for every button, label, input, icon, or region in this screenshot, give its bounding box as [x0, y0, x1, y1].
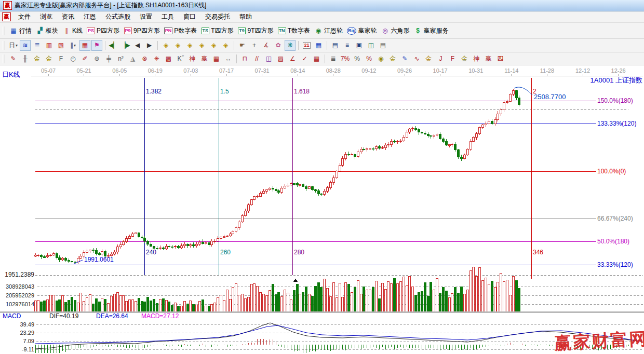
j-angle-button[interactable]: J — [435, 53, 446, 64]
gold-angle-button[interactable]: 金 — [459, 53, 470, 64]
overlay-chart-button[interactable]: ≋ — [20, 40, 31, 51]
grid-lines-button[interactable]: ╫ — [20, 53, 31, 64]
notes-button[interactable]: ≡ — [342, 40, 353, 51]
gann-toolbox-button[interactable]: ✿ — [273, 40, 284, 51]
pen-ruler-button[interactable]: ✐ — [79, 53, 90, 64]
toolbar-button-winner-wheel[interactable]: Big赢家轮 — [347, 26, 377, 35]
k-ditto-button[interactable]: K˝ — [175, 53, 186, 64]
star-web-button[interactable]: ✳ — [151, 53, 162, 64]
chart-area[interactable]: 05-0705-2106-0506-1907-0307-1707-3108-14… — [0, 65, 644, 354]
n-square-button[interactable]: n² — [115, 53, 126, 64]
toolbar-button-9p-square[interactable]: P99P四方形 — [124, 26, 160, 35]
menu-item-gann[interactable]: 江恩 — [79, 12, 101, 21]
toolbar-button-t-number-table[interactable]: TNT数字表 — [278, 26, 310, 35]
shift-right-button[interactable]: ◈ — [172, 40, 183, 51]
percent-line-button[interactable]: % — [364, 53, 374, 64]
period-day-button[interactable]: 日▾ — [8, 40, 19, 51]
shen-grid-button[interactable]: 神 — [187, 53, 198, 64]
toolbar-button-quotes[interactable]: ▦行情 — [9, 26, 32, 35]
menu-item-trade-order[interactable]: 交易委托 — [200, 12, 235, 21]
gold-coin-button[interactable]: ◉ — [375, 53, 386, 64]
angle-tool-button[interactable]: ∡ — [261, 40, 272, 51]
dense-grid-button[interactable]: ▦ — [311, 53, 322, 64]
stock-info-button[interactable]: ≣ — [32, 40, 43, 51]
menu-item-file[interactable]: 文件 — [14, 12, 35, 21]
toolbar-button-p-number-table[interactable]: PNP数字表 — [164, 26, 197, 35]
crosshair-tool-button[interactable]: + — [249, 40, 260, 51]
shen-angle-button[interactable]: 神 — [471, 53, 482, 64]
save-button[interactable]: ▣ — [354, 40, 365, 51]
four-angle-button[interactable]: 四 — [495, 53, 506, 64]
calculator-button[interactable]: ▦ — [313, 40, 324, 51]
bars-3-button[interactable]: ▥ — [44, 40, 55, 51]
box-tool-button[interactable]: ⊓ — [239, 53, 250, 64]
toolbar-button-gann-wheel[interactable]: ◉江恩轮 — [314, 26, 343, 35]
pen-button[interactable]: ✎ — [8, 53, 19, 64]
zoom-in-bars-button[interactable]: ◈ — [220, 40, 231, 51]
pattern-grid-button[interactable]: ▦ — [79, 40, 90, 51]
toolbar-button-sectors[interactable]: ▞板块 — [36, 26, 58, 35]
angle-lines-button[interactable]: ∠ — [287, 53, 298, 64]
toolbar-button-t-square[interactable]: TST四方形 — [201, 26, 233, 35]
ying-grid-button[interactable]: 赢 — [199, 53, 210, 64]
sail-angle-button[interactable]: ◮ — [127, 53, 138, 64]
hand-tool-button[interactable]: ☛ — [237, 40, 248, 51]
toolbar-grip[interactable] — [3, 41, 5, 50]
menu-item-help[interactable]: 帮助 — [235, 12, 257, 21]
gold-underline-button[interactable]: 金 — [423, 53, 434, 64]
scale-steps-button[interactable]: ≣ — [328, 53, 339, 64]
f-angle-button[interactable]: F — [447, 53, 458, 64]
toolbar-button-9t-square[interactable]: T99T四方形 — [238, 26, 274, 35]
pen-blue-button[interactable]: ✎ — [399, 53, 410, 64]
toolbar-button-winner-service[interactable]: $赢家服务 — [413, 26, 448, 35]
square-web-button[interactable]: ▩ — [163, 53, 174, 64]
menu-item-tools[interactable]: 工具 — [157, 12, 179, 21]
data-table-button[interactable]: ▤ — [330, 40, 341, 51]
bars-9-button[interactable]: ▧ — [56, 40, 66, 51]
percent-7-button[interactable]: 7% — [340, 53, 351, 64]
menu-item-window[interactable]: 窗口 — [179, 12, 200, 21]
gold-grid-2-button[interactable]: 金 — [44, 53, 55, 64]
f-grid-button[interactable]: F — [56, 53, 66, 64]
percent-button[interactable]: % — [352, 53, 363, 64]
menu-item-formula-stock-pick[interactable]: 公式选股 — [101, 12, 135, 21]
price-chart[interactable]: 05-0705-2106-0506-1907-0307-1707-3108-14… — [0, 65, 644, 354]
circle-cross-button[interactable]: ⊗ — [139, 53, 150, 64]
compress-horizontal-button[interactable]: ◈ — [196, 40, 207, 51]
first-page-button[interactable]: ◀▏ — [108, 40, 119, 51]
venn-box-button[interactable]: ◫ — [263, 53, 274, 64]
calendar-button[interactable]: 21 — [301, 40, 312, 51]
candle-style-button[interactable]: ∥▾ — [68, 40, 78, 51]
menu-item-news[interactable]: 资讯 — [57, 12, 79, 21]
width-arrows-button[interactable]: ↔ — [223, 53, 234, 64]
ying-angle-button[interactable]: 赢 — [483, 53, 494, 64]
gold-coin-line-button[interactable]: 金 — [387, 53, 398, 64]
toolbar-button-p-square[interactable]: PSP四方形 — [87, 26, 119, 35]
zoom-out-bars-button[interactable]: ◈ — [208, 40, 219, 51]
circle-grid-button[interactable]: ⊕ — [91, 53, 102, 64]
hash-grid-button[interactable]: ╪ — [103, 53, 114, 64]
menu-item-settings[interactable]: 设置 — [135, 12, 157, 21]
smart-brain-button[interactable]: ❋ — [285, 40, 296, 51]
fan-lines-button[interactable]: // — [251, 53, 262, 64]
menu-item-browse[interactable]: 浏览 — [35, 12, 57, 21]
shift-left-button[interactable]: ◈ — [160, 40, 171, 51]
export-button[interactable]: ◫ — [366, 40, 377, 51]
last-page-button[interactable]: ▕▶ — [120, 40, 131, 51]
toolbar-button-kline[interactable]: ∥K线 — [62, 26, 83, 35]
page-next-button[interactable]: ▶ — [144, 40, 155, 51]
spiral-button[interactable]: ◴ — [68, 53, 78, 64]
grid-123-button[interactable]: ▦ — [211, 53, 222, 64]
9t-square-label: 9T四方形 — [248, 26, 274, 35]
page-prev-button[interactable]: ◀ — [132, 40, 143, 51]
check-line-button[interactable]: ✓ — [299, 53, 310, 64]
toolbar-grip[interactable] — [3, 26, 5, 35]
gold-grid-1-button[interactable]: 金 — [32, 53, 43, 64]
shaded-box-button[interactable]: ▨ — [275, 53, 286, 64]
print-button[interactable]: ▤ — [378, 40, 388, 51]
wave-av-button[interactable]: ∿ — [411, 53, 422, 64]
color-volume-button[interactable]: ⚑ — [91, 40, 102, 51]
toolbar-button-hexagon[interactable]: ◎六角形 — [381, 26, 409, 35]
toolbar-grip[interactable] — [3, 55, 5, 63]
expand-horizontal-button[interactable]: ◈ — [184, 40, 195, 51]
